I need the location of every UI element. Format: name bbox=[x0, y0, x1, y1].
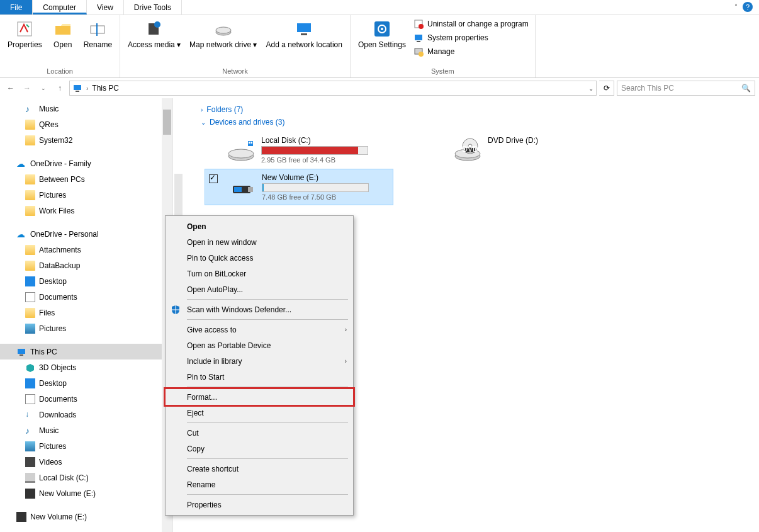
address-dropdown-icon[interactable]: ⌄ bbox=[588, 85, 593, 92]
cm-defender-scan[interactable]: Scan with Windows Defender... bbox=[166, 302, 353, 317]
drive-local-disk-c[interactable]: Local Disk (C:) 2.95 GB free of 34.4 GB bbox=[223, 132, 412, 167]
svg-rect-19 bbox=[76, 91, 79, 92]
nav-new-volume-e-2[interactable]: New Volume (E:) bbox=[0, 509, 172, 524]
usb-icon bbox=[25, 489, 35, 499]
nav-new-volume-e[interactable]: New Volume (E:) bbox=[0, 485, 172, 501]
drive-tools-tab[interactable]: Drive Tools bbox=[124, 0, 182, 14]
ribbon-group-location: Properties Open Rename Location bbox=[0, 15, 120, 77]
collapse-ribbon-icon[interactable]: ˄ bbox=[734, 3, 738, 10]
cm-properties[interactable]: Properties bbox=[166, 497, 353, 512]
view-tab[interactable]: View bbox=[87, 0, 124, 14]
cm-format[interactable]: Format... bbox=[166, 389, 353, 405]
folder-icon bbox=[25, 245, 35, 255]
forward-button[interactable]: → bbox=[20, 81, 34, 95]
media-icon bbox=[144, 19, 164, 39]
svg-point-25 bbox=[228, 149, 254, 158]
svg-rect-21 bbox=[20, 354, 23, 356]
nav-videos[interactable]: Videos bbox=[0, 454, 172, 470]
address-bar[interactable]: › This PC ⌄ bbox=[69, 81, 597, 96]
access-media-button[interactable]: Access media ▾ bbox=[124, 18, 184, 50]
manage-button[interactable]: Manage bbox=[411, 45, 531, 58]
nav-pictures[interactable]: Pictures bbox=[0, 438, 172, 454]
cm-eject[interactable]: Eject bbox=[166, 405, 353, 421]
nav-between-pcs[interactable]: Between PCs bbox=[0, 171, 172, 187]
cm-give-access[interactable]: Give access to› bbox=[166, 322, 353, 337]
nav-3d-objects[interactable]: 3D Objects bbox=[0, 359, 172, 375]
add-network-location-button[interactable]: Add a network location bbox=[262, 18, 346, 50]
uninstall-label: Uninstall or change a program bbox=[427, 20, 529, 28]
folders-group-header[interactable]: › Folders (7) bbox=[186, 103, 759, 116]
svg-rect-18 bbox=[74, 85, 81, 90]
computer-tab[interactable]: Computer bbox=[33, 0, 87, 14]
open-settings-button[interactable]: Open Settings bbox=[354, 18, 410, 50]
network-group-label: Network bbox=[222, 66, 247, 76]
nav-onedrive-personal[interactable]: OneDrive - Personal bbox=[0, 226, 172, 242]
drive-context-menu: Open Open in new window Pin to Quick acc… bbox=[165, 215, 354, 516]
nav-files[interactable]: Files bbox=[0, 305, 172, 320]
svg-rect-33 bbox=[248, 187, 253, 192]
cm-bitlocker[interactable]: Turn on BitLocker bbox=[166, 266, 353, 281]
nav-system32[interactable]: System32 bbox=[0, 132, 172, 148]
nav-desktop-od[interactable]: Desktop bbox=[0, 273, 172, 289]
cm-open[interactable]: Open bbox=[166, 218, 353, 234]
nav-pictures-od2[interactable]: Pictures bbox=[0, 320, 172, 336]
back-button[interactable]: ← bbox=[4, 81, 18, 95]
file-tab[interactable]: File bbox=[0, 0, 33, 14]
breadcrumb-sep-icon: › bbox=[86, 85, 88, 92]
nav-work-files[interactable]: Work Files bbox=[0, 203, 172, 218]
nav-attachments[interactable]: Attachments bbox=[0, 242, 172, 258]
downloads-icon bbox=[25, 410, 35, 420]
cm-open-new-window[interactable]: Open in new window bbox=[166, 234, 353, 250]
nav-onedrive-family[interactable]: OneDrive - Family bbox=[0, 156, 172, 171]
help-icon[interactable]: ? bbox=[743, 2, 753, 12]
nav-this-pc[interactable]: This PC bbox=[0, 344, 172, 359]
nav-desktop[interactable]: Desktop bbox=[0, 375, 172, 391]
cm-include-library[interactable]: Include in library› bbox=[166, 353, 353, 369]
chevron-right-icon: › bbox=[345, 326, 347, 333]
navigation-pane[interactable]: Music QRes System32 OneDrive - Family Be… bbox=[0, 98, 173, 532]
up-button[interactable]: ↑ bbox=[53, 81, 67, 95]
cm-autoplay[interactable]: Open AutoPlay... bbox=[166, 281, 353, 297]
drive-e-checkbox[interactable] bbox=[209, 174, 218, 183]
cm-cut[interactable]: Cut bbox=[166, 425, 353, 441]
drive-new-volume-e[interactable]: New Volume (E:) 7.48 GB free of 7.50 GB bbox=[205, 169, 393, 205]
cm-copy[interactable]: Copy bbox=[166, 441, 353, 456]
cm-rename[interactable]: Rename bbox=[166, 477, 353, 492]
open-button[interactable]: Open bbox=[47, 18, 79, 50]
properties-icon bbox=[14, 19, 35, 39]
music-icon bbox=[25, 104, 35, 114]
pictures-icon bbox=[25, 441, 35, 451]
drive-dvd-d[interactable]: DVD DVD Drive (D:) bbox=[450, 132, 639, 167]
nav-databackup[interactable]: DataBackup bbox=[0, 258, 172, 273]
properties-button[interactable]: Properties bbox=[4, 18, 46, 50]
search-input[interactable]: Search This PC 🔍 bbox=[617, 81, 755, 96]
nav-pictures-od[interactable]: Pictures bbox=[0, 187, 172, 203]
system-properties-button[interactable]: System properties bbox=[411, 31, 531, 44]
nav-music-2[interactable]: Music bbox=[0, 422, 172, 438]
map-network-drive-button[interactable]: Map network drive ▾ bbox=[186, 18, 261, 50]
cm-pin-quick-access[interactable]: Pin to Quick access bbox=[166, 250, 353, 266]
cm-portable-device[interactable]: Open as Portable Device bbox=[166, 337, 353, 353]
nav-music[interactable]: Music bbox=[0, 101, 172, 116]
refresh-button[interactable]: ⟳ bbox=[599, 81, 614, 96]
nav-local-disk-c[interactable]: Local Disk (C:) bbox=[0, 470, 172, 485]
rename-button[interactable]: Rename bbox=[80, 18, 116, 50]
chevron-down-icon: ⌄ bbox=[201, 119, 206, 126]
svg-rect-34 bbox=[234, 187, 242, 192]
cm-separator bbox=[187, 319, 348, 320]
onedrive-icon bbox=[16, 229, 26, 239]
devices-group-header[interactable]: ⌄ Devices and drives (3) bbox=[186, 116, 759, 128]
nav-qres[interactable]: QRes bbox=[0, 116, 172, 132]
network-location-icon bbox=[294, 19, 314, 39]
recent-locations-button[interactable]: ⌄ bbox=[37, 81, 50, 95]
svg-rect-8 bbox=[301, 33, 307, 35]
nav-documents[interactable]: Documents bbox=[0, 391, 172, 407]
desktop-icon bbox=[25, 276, 35, 286]
document-icon bbox=[25, 394, 35, 404]
nav-downloads[interactable]: Downloads bbox=[0, 407, 172, 422]
cm-create-shortcut[interactable]: Create shortcut bbox=[166, 461, 353, 477]
cm-pin-start[interactable]: Pin to Start bbox=[166, 369, 353, 385]
nav-documents-od[interactable]: Documents bbox=[0, 289, 172, 305]
uninstall-program-button[interactable]: Uninstall or change a program bbox=[411, 18, 531, 30]
breadcrumb-this-pc[interactable]: This PC bbox=[92, 84, 119, 93]
